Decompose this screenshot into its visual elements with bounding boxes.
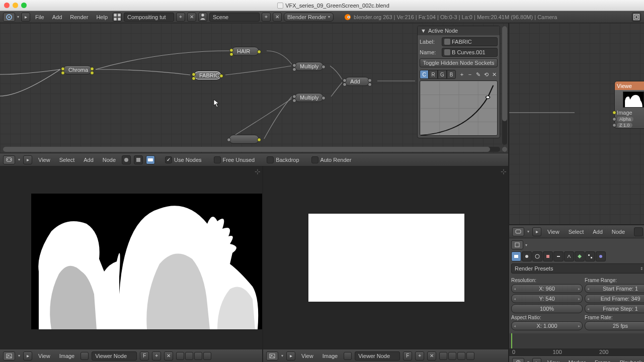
unlink-image-button[interactable]: ✕ [427, 351, 436, 360]
tab-render[interactable] [511, 251, 521, 261]
playback-menu[interactable]: Playback [617, 359, 644, 363]
back-to-previous-icon[interactable] [632, 13, 641, 22]
zoom-out-icon[interactable]: − [466, 70, 473, 79]
fake-user-button[interactable]: F [403, 351, 412, 360]
disclosure-triangle-icon[interactable]: ▼ [421, 28, 426, 34]
image-menu[interactable]: Image [56, 353, 78, 359]
image-browse-icon[interactable] [80, 352, 89, 360]
node-multiply-1[interactable]: Multiply [294, 62, 324, 71]
editor-type-selector[interactable] [3, 351, 15, 360]
image-browse-icon[interactable] [344, 352, 352, 360]
editor-type-selector[interactable] [512, 227, 524, 236]
collapse-menus-icon[interactable]: ▸ [23, 351, 32, 360]
screen-browse-icon[interactable] [113, 13, 122, 22]
editor-type-selector[interactable] [266, 351, 278, 360]
minimize-window-icon[interactable] [13, 3, 18, 8]
aspect-x-field[interactable]: ◂X: 1.000▸ [511, 321, 583, 330]
render-menu[interactable]: Render [67, 14, 91, 20]
draw-mode-4[interactable] [203, 352, 211, 360]
tools-icon[interactable]: ✎ [474, 70, 481, 79]
tab-c[interactable]: C [420, 70, 429, 79]
scene-field[interactable]: Scene [209, 13, 260, 22]
tab-modifiers[interactable] [564, 251, 574, 261]
frame-menu[interactable]: Frame [592, 359, 614, 363]
add-menu[interactable]: Add [49, 14, 65, 20]
scrollbar-horizontal[interactable] [3, 147, 500, 152]
timeline-area[interactable]: 0 100 200 300 [509, 333, 644, 355]
add-menu[interactable]: Add [590, 229, 606, 235]
add-menu[interactable]: Add [80, 157, 97, 163]
scroll-corner[interactable] [502, 147, 507, 152]
draw-mode-4[interactable] [466, 352, 474, 360]
end-frame-field[interactable]: ◂End Frame: 349▸ [585, 294, 644, 303]
resolution-pct-field[interactable]: 100% [511, 304, 583, 313]
delete-screen-button[interactable]: ✕ [187, 13, 196, 22]
fps-field[interactable]: 25 fps⇕ [585, 321, 644, 330]
new-image-button[interactable]: + [152, 351, 161, 360]
node-chroma[interactable]: Chroma [63, 65, 92, 74]
tab-constraints[interactable] [553, 251, 564, 261]
scene-browse-icon[interactable] [198, 13, 207, 22]
help-menu[interactable]: Help [93, 14, 111, 20]
node-menu[interactable]: Node [100, 157, 119, 163]
node-partial[interactable] [229, 135, 259, 144]
chevron-down-icon[interactable]: ▾ [527, 229, 529, 234]
editor-type-selector[interactable] [3, 13, 15, 22]
image-editor-left[interactable]: ⊹ ▾ ▸ View Image [0, 166, 263, 362]
editor-type-selector[interactable] [512, 358, 524, 363]
image-editor-right[interactable]: ⊹ ▾ ▸ View Image Viewer Node F + ✕ [263, 166, 508, 362]
tab-data[interactable] [575, 251, 585, 261]
draw-mode-2[interactable] [448, 352, 456, 360]
chevron-down-icon[interactable]: ▾ [17, 15, 19, 19]
curve-widget[interactable] [420, 80, 498, 136]
editor-type-selector[interactable] [3, 155, 15, 164]
delete-point-icon[interactable]: ✕ [491, 70, 498, 79]
collapse-menus-icon[interactable]: ▸ [21, 13, 30, 22]
chevron-down-icon[interactable]: ▾ [18, 353, 20, 358]
scrollbar-vertical[interactable] [502, 26, 507, 145]
split-area-icon[interactable]: ⊹ [255, 167, 261, 175]
tab-g[interactable]: G [438, 70, 447, 79]
free-unused-toggle[interactable]: Free Unused [214, 156, 255, 163]
view-menu[interactable]: View [35, 157, 53, 163]
chevron-down-icon[interactable]: ▾ [18, 157, 20, 162]
select-menu[interactable]: Select [566, 229, 587, 235]
chevron-down-icon[interactable]: ▾ [527, 360, 529, 362]
node-name-field[interactable]: B Curves.001 [442, 48, 498, 57]
image-menu[interactable]: Image [319, 353, 341, 359]
marker-menu[interactable]: Marker [566, 359, 589, 363]
node-label-field[interactable]: FABRIC [442, 37, 498, 46]
draw-mode-3[interactable] [194, 352, 202, 360]
close-window-icon[interactable] [4, 3, 10, 8]
node-add[interactable]: Add [345, 77, 370, 86]
socket-icon[interactable] [612, 123, 616, 127]
socket-icon[interactable] [612, 111, 616, 115]
draw-mode-1[interactable] [439, 352, 447, 360]
view-menu[interactable]: View [35, 353, 53, 359]
tab-world[interactable] [532, 251, 542, 261]
editor-type-selector[interactable] [511, 240, 523, 249]
delete-scene-button[interactable]: ✕ [273, 13, 282, 22]
start-frame-field[interactable]: ◂Start Frame: 1▸ [585, 284, 644, 293]
render-engine-selector[interactable]: Blender Render▾ [284, 13, 334, 22]
render-presets-selector[interactable]: Render Presets⇕ [511, 263, 644, 274]
chevron-down-icon[interactable]: ▾ [281, 353, 283, 358]
image-name-field[interactable]: Viewer Node [92, 351, 137, 360]
zoom-window-icon[interactable] [21, 3, 27, 8]
tab-r[interactable]: R [429, 70, 438, 79]
file-menu[interactable]: File [32, 14, 47, 20]
view-menu[interactable]: View [544, 229, 562, 235]
node-hair[interactable]: HAIR [231, 47, 259, 56]
tab-scene[interactable] [522, 251, 532, 261]
tree-type-shader[interactable] [122, 155, 131, 164]
playhead[interactable] [511, 333, 512, 348]
screen-layout-field[interactable]: Compositing tut [124, 13, 174, 22]
draw-mode-3[interactable] [457, 352, 465, 360]
tab-texture[interactable] [585, 251, 595, 261]
fake-user-button[interactable]: F [140, 351, 149, 360]
tab-physics[interactable] [596, 251, 606, 261]
node-editor-secondary[interactable]: ⊹ Viewe◐ Image Alpha Z 1.0 [509, 23, 644, 225]
node-editor-area[interactable]: Chroma HAIR FABRIC Multiply [0, 23, 508, 153]
auto-render-toggle[interactable]: Auto Render [311, 156, 352, 163]
resolution-x-field[interactable]: ◂X: 960▸ [511, 284, 583, 293]
